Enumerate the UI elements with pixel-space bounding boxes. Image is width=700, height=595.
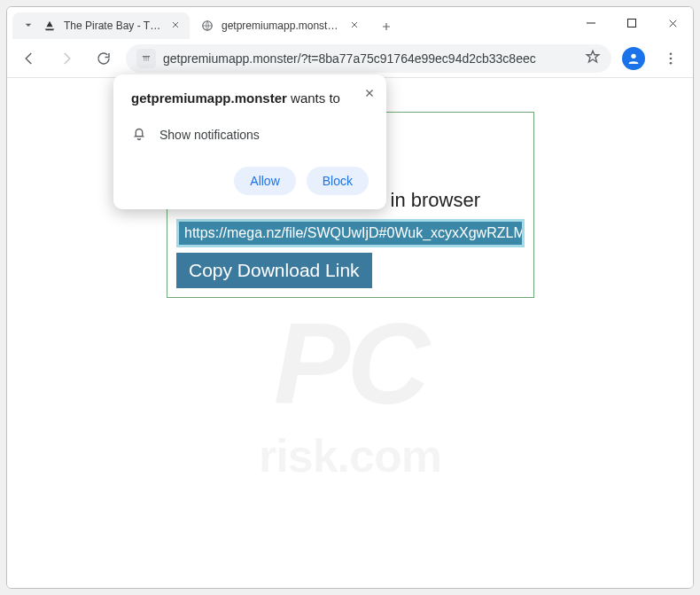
tab-title: The Pirate Bay - The galaxy's m… xyxy=(64,20,163,32)
new-tab-button[interactable] xyxy=(374,14,399,39)
notification-permission-prompt: getpremiumapp.monster wants to Show noti… xyxy=(113,74,386,209)
window-controls xyxy=(571,7,693,39)
allow-button[interactable]: Allow xyxy=(234,167,295,195)
prompt-title: getpremiumapp.monster wants to xyxy=(131,90,369,106)
svg-rect-1 xyxy=(628,20,636,27)
chevron-down-icon[interactable] xyxy=(21,18,35,35)
profile-avatar[interactable] xyxy=(618,43,649,74)
close-icon[interactable] xyxy=(349,20,360,33)
watermark-logo: PC xyxy=(274,297,427,430)
globe-icon xyxy=(200,19,214,33)
back-button[interactable] xyxy=(14,43,44,74)
copy-link-button[interactable]: Copy Download Link xyxy=(176,253,372,288)
browser-window: The Pirate Bay - The galaxy's m… getprem… xyxy=(6,6,694,589)
prompt-actions: Allow Block xyxy=(131,167,369,195)
reload-button[interactable] xyxy=(89,43,119,74)
ship-icon xyxy=(43,19,57,33)
toolbar: getpremiumapp.monster/?t=8ba77a75c91764e… xyxy=(7,39,693,78)
close-icon[interactable] xyxy=(170,20,181,33)
address-bar[interactable]: getpremiumapp.monster/?t=8ba77a75c91764e… xyxy=(126,44,611,73)
svg-rect-2 xyxy=(143,56,150,57)
tab-strip: The Pirate Bay - The galaxy's m… getprem… xyxy=(7,7,399,39)
site-settings-icon[interactable] xyxy=(136,49,156,68)
caption-bar: The Pirate Bay - The galaxy's m… getprem… xyxy=(7,7,693,39)
menu-button[interactable] xyxy=(656,43,686,74)
svg-point-3 xyxy=(631,53,635,58)
tab-inactive[interactable]: The Pirate Bay - The galaxy's m… xyxy=(12,12,190,39)
star-icon[interactable] xyxy=(585,49,601,67)
svg-point-6 xyxy=(670,61,673,64)
forward-button[interactable] xyxy=(51,43,82,74)
svg-point-5 xyxy=(670,57,673,59)
prompt-permission-row: Show notifications xyxy=(131,125,369,144)
download-link-field[interactable]: https://mega.nz/file/SWQUwIjD#0Wuk_xcyxX… xyxy=(176,219,525,247)
url-text: getpremiumapp.monster/?t=8ba77a75c91764e… xyxy=(163,51,536,66)
close-icon[interactable] xyxy=(363,87,376,103)
close-window-button[interactable] xyxy=(652,7,693,39)
maximize-button[interactable] xyxy=(611,7,652,39)
minimize-button[interactable] xyxy=(571,7,611,39)
prompt-permission-label: Show notifications xyxy=(159,128,260,142)
tab-title: getpremiumapp.monster/?t=8b… xyxy=(222,20,342,32)
tab-active[interactable]: getpremiumapp.monster/?t=8b… xyxy=(191,12,369,39)
watermark-sub: risk.com xyxy=(259,429,441,482)
bell-icon xyxy=(131,125,147,144)
block-button[interactable]: Block xyxy=(307,167,369,195)
svg-point-4 xyxy=(670,52,673,55)
